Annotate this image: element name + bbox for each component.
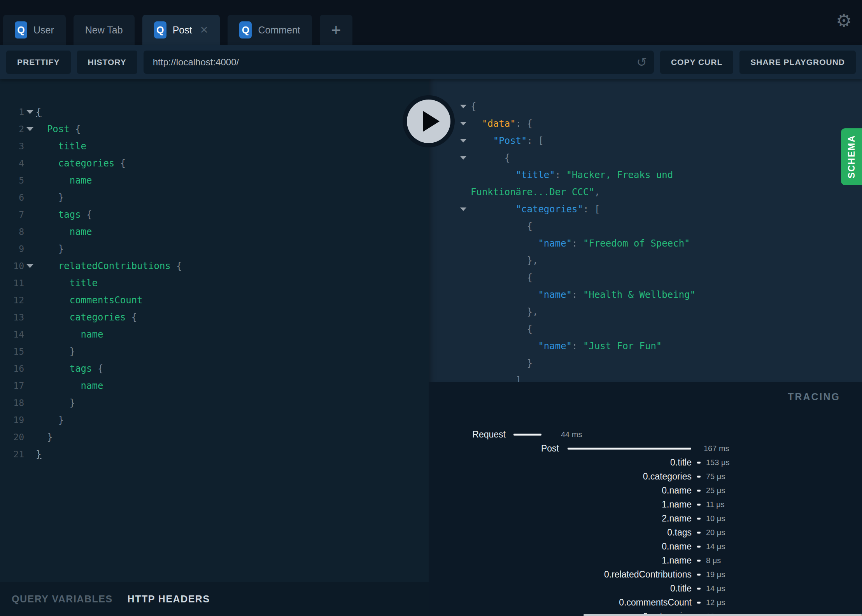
tracing-scrollbar[interactable] [583, 614, 862, 616]
tracing-row: 0.categories75 μs [429, 469, 862, 483]
tracing-row: 0.title14 μs [429, 581, 862, 595]
execute-query-button[interactable] [403, 95, 455, 147]
endpoint-url-input[interactable] [152, 56, 636, 68]
editor-line[interactable]: 13 categories { [0, 309, 429, 326]
query-variables-tab[interactable]: QUERY VARIABLES [12, 593, 113, 605]
tracing-row-value: 8 μs [706, 556, 721, 565]
editor-line[interactable]: 10 relatedContributions { [0, 257, 429, 275]
settings-gear-icon[interactable]: ⚙ [836, 12, 852, 30]
line-number: 2 [0, 124, 24, 134]
editor-line[interactable]: 7 tags { [0, 206, 429, 223]
line-number: 15 [0, 346, 24, 357]
response-line: } [429, 355, 862, 372]
tracing-row: 0.title153 μs [429, 455, 862, 469]
query-editor-pane[interactable]: 1{2 Post {3 title4 categories {5 name6 }… [0, 79, 429, 582]
tab-post[interactable]: QPost✕ [142, 15, 220, 45]
tracing-row-value: 19 μs [706, 570, 725, 579]
tab-comment[interactable]: QComment [228, 15, 312, 45]
query-badge-icon: Q [154, 21, 166, 38]
query-badge-icon: Q [15, 21, 27, 38]
line-number: 20 [0, 432, 24, 442]
editor-line[interactable]: 2 Post { [0, 121, 429, 138]
tracing-duration-bar [697, 476, 701, 478]
tracing-row: 0.relatedContributions19 μs [429, 567, 862, 581]
tracing-row-label: 0.title [429, 583, 692, 594]
editor-line[interactable]: 11 title [0, 275, 429, 292]
tracing-duration-bar [697, 518, 701, 520]
reload-schema-icon[interactable]: ↺ [636, 56, 647, 68]
http-headers-tab[interactable]: HTTP HEADERS [128, 593, 210, 605]
editor-line[interactable]: 15 } [0, 343, 429, 360]
line-number: 14 [0, 329, 24, 340]
schema-side-tab-label: SCHEMA [846, 135, 857, 178]
response-line: "name": "Just For Fun" [429, 338, 862, 355]
tracing-row: 0.name25 μs [429, 483, 862, 497]
tracing-rows: Request44 msPost167 ms0.title153 μs0.cat… [429, 427, 862, 616]
editor-line[interactable]: 21} [0, 446, 429, 463]
response-line: "categories": [ [429, 201, 862, 218]
prettify-button[interactable]: PRETTIFY [6, 51, 71, 74]
editor-line[interactable]: 14 name [0, 326, 429, 343]
line-number: 4 [0, 158, 24, 168]
editor-line[interactable]: 12 commentsCount [0, 292, 429, 309]
collapse-arrow-icon[interactable] [429, 156, 471, 160]
history-button[interactable]: HISTORY [77, 51, 137, 74]
tracing-duration-bar [568, 448, 691, 450]
tracing-duration-bar [697, 490, 701, 492]
line-number: 1 [0, 107, 24, 117]
editor-bottom-bar: QUERY VARIABLES HTTP HEADERS [0, 582, 429, 616]
tracing-row-value: 25 μs [706, 486, 725, 495]
tracing-row: 0.commentsCount12 μs [429, 595, 862, 609]
tracing-row-label: 1.name [429, 555, 692, 566]
editor-line[interactable]: 17 name [0, 377, 429, 394]
tracing-row-label: 0.name [429, 541, 692, 552]
editor-line[interactable]: 16 tags { [0, 360, 429, 377]
tracing-row: 0.tags20 μs [429, 525, 862, 539]
line-number: 8 [0, 227, 24, 237]
line-number: 10 [0, 261, 24, 271]
tab-user[interactable]: QUser [3, 15, 66, 45]
fold-arrow-icon[interactable] [24, 264, 36, 268]
response-line: "data": { [429, 115, 862, 132]
line-number: 7 [0, 210, 24, 220]
editor-line[interactable]: 4 categories { [0, 155, 429, 172]
tracing-row-value: 14 μs [706, 584, 725, 593]
tracing-row-value: 10 μs [706, 514, 725, 523]
response-line: ] [429, 372, 862, 382]
tracing-duration-bar [697, 546, 701, 548]
close-tab-icon[interactable]: ✕ [200, 24, 208, 36]
copy-curl-button[interactable]: COPY CURL [660, 51, 733, 74]
tracing-row: 0.name14 μs [429, 539, 862, 553]
tracing-row-value: 153 μs [706, 458, 729, 467]
fold-arrow-icon[interactable] [24, 127, 36, 131]
editor-line[interactable]: 20 } [0, 429, 429, 446]
share-playground-button[interactable]: SHARE PLAYGROUND [739, 51, 856, 74]
response-pane: { "data": { "Post": [ { "title": "Hacker… [429, 79, 862, 382]
response-line: { [429, 320, 862, 338]
response-line: "name": "Health & Wellbeing" [429, 286, 862, 303]
editor-line[interactable]: 9 } [0, 240, 429, 257]
editor-line[interactable]: 5 name [0, 172, 429, 189]
editor-line[interactable]: 19 } [0, 411, 429, 429]
tracing-row: 1.name11 μs [429, 497, 862, 511]
editor-line[interactable]: 18 } [0, 394, 429, 411]
editor-line[interactable]: 3 title [0, 138, 429, 155]
editor-line[interactable]: 8 name [0, 223, 429, 240]
tab-label: User [33, 24, 54, 36]
tracing-row: Post167 ms [429, 441, 862, 455]
editor-line[interactable]: 6 } [0, 189, 429, 206]
new-tab-button[interactable]: + [320, 15, 352, 45]
tracing-row-label: 0.commentsCount [429, 597, 692, 608]
collapse-arrow-icon[interactable] [429, 207, 471, 211]
tracing-duration-bar [697, 602, 701, 604]
tracing-row: Request44 ms [429, 427, 862, 441]
editor-line[interactable]: 1{ [0, 103, 429, 121]
endpoint-url-field[interactable]: ↺ [144, 51, 654, 74]
schema-side-tab[interactable]: SCHEMA [841, 128, 862, 185]
tracing-row-label: Request [429, 429, 506, 440]
tracing-row-value: 20 μs [706, 528, 725, 537]
fold-arrow-icon[interactable] [24, 110, 36, 114]
line-number: 6 [0, 192, 24, 203]
editor-lines: 1{2 Post {3 title4 categories {5 name6 }… [0, 103, 429, 463]
tab-new-tab[interactable]: New Tab [74, 15, 135, 45]
